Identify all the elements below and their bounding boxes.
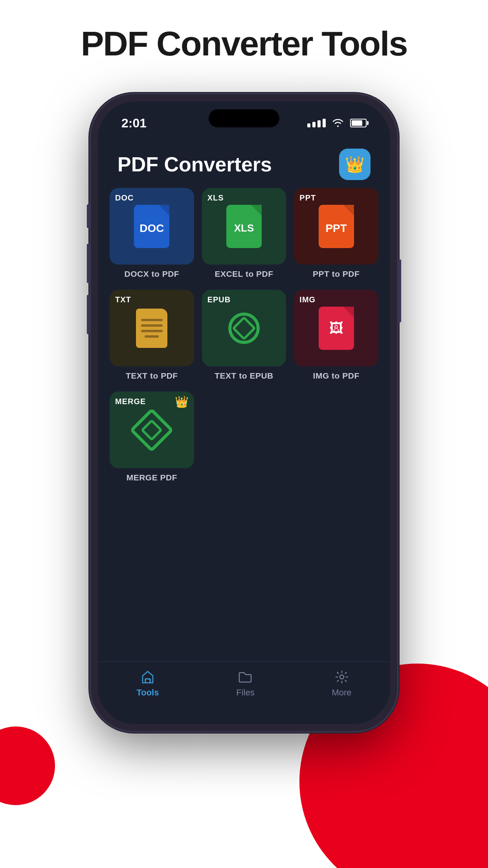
img-icon: 🖼 — [319, 307, 354, 350]
converter-grid: DOC DOC DOCX to PDF XLS XLS EXCEL to PDF — [110, 188, 378, 485]
doc-label: DOCX to PDF — [120, 265, 183, 282]
red-circle-small — [0, 726, 55, 805]
phone-button-vol-down — [87, 295, 90, 334]
txt-label: TEXT to PDF — [122, 366, 182, 384]
xls-label: EXCEL to PDF — [211, 265, 277, 282]
epub-icon — [228, 313, 260, 344]
list-item[interactable]: PPT PPT PPT to PDF — [294, 188, 378, 282]
status-icons — [307, 118, 367, 128]
phone-screen: 2:01 PDF Converters — [98, 101, 390, 724]
epub-label: TEXT to EPUB — [211, 366, 277, 384]
nav-more-label: More — [332, 688, 351, 698]
merge-badge: MERGE — [115, 397, 146, 406]
battery-icon — [350, 119, 367, 127]
nav-files-label: Files — [236, 688, 254, 698]
txt-badge: TXT — [115, 295, 131, 304]
phone-frame: 2:01 PDF Converters — [91, 94, 397, 731]
merge-icon — [134, 412, 169, 448]
list-item[interactable]: XLS XLS EXCEL to PDF — [202, 188, 286, 282]
signal-icon — [307, 119, 326, 127]
gear-icon — [334, 669, 349, 684]
img-label: IMG to PDF — [309, 366, 363, 384]
phone-button-mute — [87, 204, 90, 228]
list-item[interactable]: MERGE 👑 MERGE PDF — [110, 392, 194, 485]
dynamic-island — [209, 109, 279, 127]
app-header: PDF Converters 👑 — [98, 137, 390, 188]
nav-item-tools[interactable]: Tools — [136, 669, 159, 698]
ppt-label: PPT to PDF — [309, 265, 363, 282]
doc-badge: DOC — [115, 193, 134, 202]
nav-item-files[interactable]: Files — [236, 669, 254, 698]
folder-icon — [238, 669, 253, 684]
page-title: PDF Converter Tools — [0, 24, 488, 64]
bottom-nav: Tools Files More — [98, 661, 390, 724]
doc-icon: DOC — [134, 205, 169, 248]
phone-button-vol-up — [87, 244, 90, 283]
ppt-icon: PPT — [319, 205, 354, 248]
xls-badge: XLS — [207, 193, 224, 202]
premium-button[interactable]: 👑 — [339, 149, 371, 180]
home-icon — [140, 669, 155, 684]
wifi-icon — [332, 118, 344, 128]
list-item[interactable]: EPUB TEXT to EPUB — [202, 290, 286, 384]
epub-badge: EPUB — [207, 295, 231, 304]
list-item[interactable]: DOC DOC DOCX to PDF — [110, 188, 194, 282]
img-badge: IMG — [299, 295, 316, 304]
merge-label: MERGE PDF — [123, 468, 181, 485]
ppt-badge: PPT — [299, 193, 316, 202]
status-time: 2:01 — [121, 116, 147, 131]
crown-icon: 👑 — [345, 155, 365, 174]
svg-point-1 — [340, 675, 344, 679]
svg-rect-0 — [145, 679, 150, 683]
app-title: PDF Converters — [117, 153, 272, 176]
merge-crown-icon: 👑 — [175, 395, 189, 408]
nav-tools-label: Tools — [136, 688, 159, 698]
list-item[interactable]: IMG 🖼 IMG to PDF — [294, 290, 378, 384]
nav-item-more[interactable]: More — [332, 669, 351, 698]
txt-icon — [134, 307, 169, 350]
phone-button-power — [398, 259, 401, 322]
xls-icon: XLS — [226, 205, 262, 248]
list-item[interactable]: TXT TEXT to PDF — [110, 290, 194, 384]
